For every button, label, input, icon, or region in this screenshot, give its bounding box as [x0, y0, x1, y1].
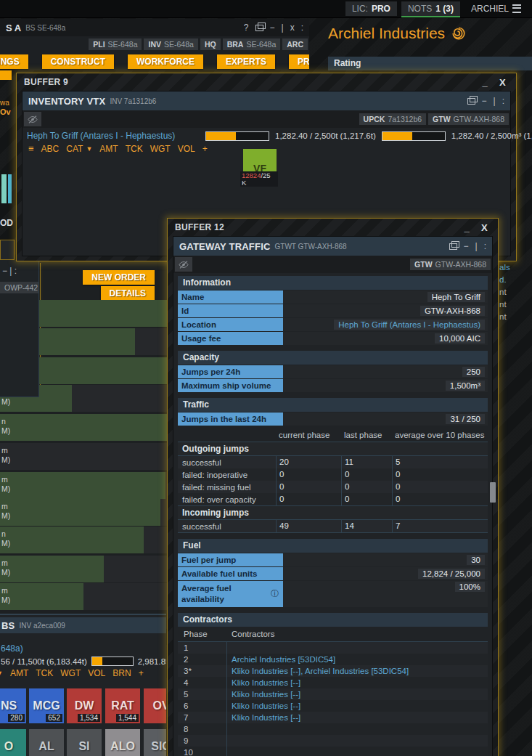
material-tile-al[interactable]: AL: [29, 729, 64, 756]
list-icon[interactable]: ≡: [28, 143, 34, 154]
sort-option-amt[interactable]: AMT: [99, 144, 118, 154]
production-order-row[interactable]: m M): [0, 499, 167, 526]
sort-option-vol[interactable]: VOL: [88, 668, 105, 678]
contractor-links[interactable]: Kliko Industries [--]: [227, 678, 300, 687]
location-link[interactable]: Heph To Griff (Antares I - Hephaestus): [334, 320, 485, 330]
buffer9-title: BUFFER 9: [24, 77, 68, 87]
minimize-icon[interactable]: _: [482, 77, 488, 88]
inventory-location-link[interactable]: 648a): [1, 643, 166, 654]
nav-button-production[interactable]: PRODUCTION: [289, 54, 309, 69]
volume-text: 1,282.40 / 2,500m³ (1,217.6m³): [451, 131, 532, 140]
options-icon[interactable]: :: [301, 23, 303, 33]
production-order-row[interactable]: n M): [0, 414, 167, 441]
sort-option-cat[interactable]: CAT: [66, 144, 83, 154]
contractor-links[interactable]: Archiel Industries [53DIC54]: [227, 655, 335, 664]
notifications-tab[interactable]: NOTS 1 (3): [401, 1, 460, 17]
material-tile-mcg[interactable]: MCG652: [29, 688, 64, 723]
sort-direction-icon[interactable]: ▼: [0, 670, 3, 677]
gateway-panel-subtitle: GTWT GTW-AXH-868: [275, 243, 347, 251]
new-order-button[interactable]: NEW ORDER: [83, 270, 155, 285]
duplicate-icon[interactable]: [449, 243, 457, 250]
options-icon[interactable]: :: [502, 96, 504, 106]
owp-tag[interactable]: OWP-442: [0, 282, 39, 293]
context-tag-bra[interactable]: BRASE-648a: [223, 38, 281, 50]
help-icon[interactable]: ?: [244, 23, 249, 33]
nav-button-construct[interactable]: CONSTRUCT: [42, 54, 114, 69]
scrollbar-thumb[interactable]: [490, 482, 496, 503]
hide-command-button[interactable]: [175, 257, 192, 272]
gateway-traffic-panel: GATEWAY TRAFFIC GTWT GTW-AXH-868 − | :: [173, 236, 493, 756]
nav-button-workforce[interactable]: WORKFORCE: [128, 54, 203, 69]
sort-option-wgt[interactable]: WGT: [60, 668, 81, 678]
sort-option-+[interactable]: +: [139, 668, 144, 678]
material-tile-rat[interactable]: RAT1,544: [105, 688, 140, 723]
row-label: Available fuel units: [178, 567, 283, 580]
buffer12-titlebar[interactable]: BUFFER 12 _ X: [168, 219, 498, 236]
sort-option-brn[interactable]: BRN: [112, 668, 131, 678]
buffer9-titlebar[interactable]: BUFFER 9 _ X: [17, 73, 516, 91]
sort-option-tck[interactable]: TCK: [36, 668, 53, 678]
context-tag-upck[interactable]: UPCK7a1312b6: [359, 113, 426, 125]
details-button[interactable]: DETAILS: [101, 286, 155, 301]
company-menu[interactable]: ARCHIEL: [465, 1, 528, 16]
material-tile-o[interactable]: O: [0, 729, 26, 756]
contractor-links[interactable]: Kliko Industries [--]: [227, 713, 300, 722]
options-icon[interactable]: :: [484, 241, 486, 251]
production-order-row[interactable]: n M): [0, 527, 167, 553]
context-tag-pli[interactable]: PLISE-648a: [89, 38, 142, 50]
minimize-icon[interactable]: −: [270, 23, 275, 33]
context-tag-gtw[interactable]: GTWGTW-AXH-868: [428, 113, 509, 125]
material-tile-ov[interactable]: OV: [144, 688, 166, 723]
contractors-section-header: Contractors: [178, 613, 488, 627]
material-tile-sio[interactable]: SIO: [144, 729, 166, 756]
context-tag-hq[interactable]: HQ: [200, 38, 221, 50]
window-controls-fragment[interactable]: − | :: [0, 260, 38, 276]
inventory-sort-options: ▼AMTTCKWGTVOLBRN+: [1, 666, 166, 680]
material-count-badge: 1,544: [116, 714, 139, 722]
outgoing-jumps-header: Outgoing jumps: [178, 442, 488, 456]
material-tile-alo[interactable]: ALO: [105, 729, 140, 756]
production-order-row[interactable]: m M): [0, 443, 167, 470]
close-icon[interactable]: x: [290, 23, 295, 33]
minimize-icon[interactable]: _: [464, 222, 470, 233]
contractor-links[interactable]: Kliko Industries [--]: [227, 702, 300, 710]
minimize-icon[interactable]: −: [482, 96, 487, 106]
tag-label: UPCK: [364, 115, 385, 123]
inventory-item-tile[interactable]: VF: [243, 149, 277, 171]
sort-option-+[interactable]: +: [202, 144, 208, 154]
duplicate-icon[interactable]: [467, 98, 475, 105]
sort-option-tck[interactable]: TCK: [126, 144, 143, 154]
sort-direction-icon[interactable]: ▼: [86, 145, 92, 153]
minimize-icon[interactable]: −: [464, 241, 469, 251]
context-tag-gtw[interactable]: GTWGTW-AXH-868: [410, 259, 491, 270]
nav-button-ildings[interactable]: ILDINGS: [0, 54, 28, 69]
context-tag-inv[interactable]: INVSE-648a: [144, 38, 197, 50]
nav-button-experts[interactable]: EXPERTS: [217, 54, 275, 69]
production-order-row[interactable]: m M): [0, 556, 167, 582]
store-location-link[interactable]: Heph To Griff (Antares I - Hephaestus): [27, 131, 200, 141]
production-order-row[interactable]: m M): [0, 472, 167, 499]
duplicate-icon[interactable]: [255, 25, 263, 31]
material-ticker: OV: [152, 699, 166, 712]
license-indicator[interactable]: LIC: PRO: [345, 1, 397, 16]
info-icon[interactable]: ⓘ: [271, 588, 279, 599]
hide-command-button[interactable]: [24, 112, 41, 126]
tag-label: ARC: [287, 40, 303, 49]
material-ticker: O: [4, 740, 13, 753]
eye-slash-icon: [28, 115, 38, 123]
sort-option-wgt[interactable]: WGT: [150, 144, 171, 154]
production-order-row[interactable]: m M): [0, 583, 167, 610]
incoming-jumps-table: successful49147: [178, 520, 488, 533]
sort-option-vol[interactable]: VOL: [178, 144, 195, 154]
context-tag-arc[interactable]: ARC: [282, 38, 308, 50]
sort-option-amt[interactable]: AMT: [10, 668, 28, 678]
close-icon[interactable]: X: [499, 77, 506, 88]
material-tile-si[interactable]: SI: [67, 729, 102, 756]
material-tile-dw[interactable]: DW1,534: [67, 688, 102, 723]
contractor-links[interactable]: Kliko Industries [--], Archiel Industrie…: [227, 667, 409, 675]
contractor-links[interactable]: Kliko Industries [--]: [227, 690, 300, 699]
information-section-header: Information: [178, 276, 488, 290]
sort-option-abc[interactable]: ABC: [41, 144, 60, 154]
material-tile-ns[interactable]: NS280: [0, 688, 26, 723]
close-icon[interactable]: X: [481, 222, 488, 233]
